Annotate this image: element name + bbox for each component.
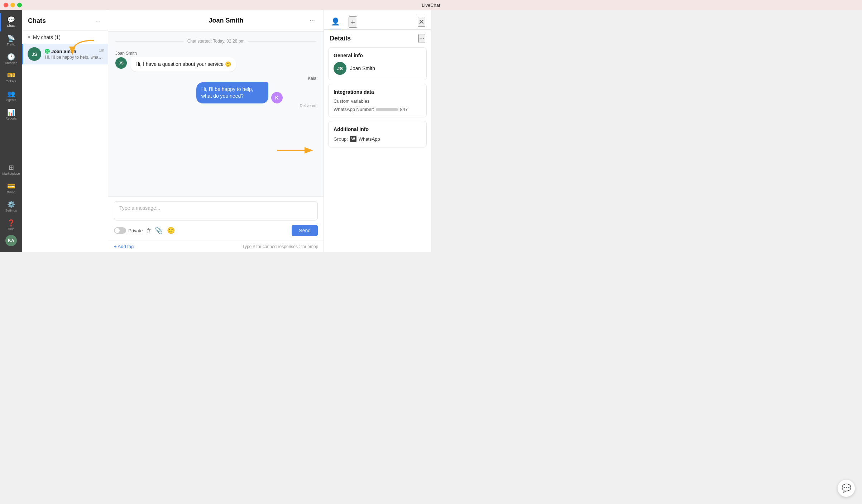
private-toggle[interactable]: Private [114,227,143,234]
delivered-status: Delivered [300,103,316,108]
traffic-icon: 📡 [7,35,15,42]
chat-item-info: Joan Smith Hi, I'll be happy to help, wh… [45,49,104,60]
close-panel-button[interactable]: ✕ [418,17,425,27]
whatsapp-number-suffix: 847 [400,107,408,112]
titlebar: LiveChat [0,0,431,10]
maximize-button[interactable] [17,3,22,8]
chat-item-avatar: JS [28,47,41,61]
chat-messages: Chat started: Today, 02:28 pm Joan Smith… [108,32,324,197]
chat-list-item[interactable]: JS Joan Smith Hi, I'll be happy to help,… [22,44,108,64]
sidebar-item-archives[interactable]: 🕐 Archives [0,50,22,69]
message-input[interactable] [114,201,318,220]
group-row: Group: W WhatsApp [334,136,421,142]
chat-list-header: Chats ··· [22,10,108,31]
sidebar-item-agents[interactable]: 👥 Agents [0,87,22,106]
tickets-icon: 🎫 [7,72,15,78]
settings-icon: ⚙️ [7,201,15,208]
integrations-data-section: Integrations data Custom variables Whats… [328,84,427,117]
chat-header-title: Joan Smith [209,17,243,24]
message-bubble-incoming: Hi, I have a question about your service… [130,57,236,72]
agent-name: Kaia [308,76,316,81]
agent-avatar: K [271,92,283,103]
add-tag-button[interactable]: + Add tag [114,244,134,249]
chat-start-text: Chat started: Today, 02:28 pm [187,39,245,44]
app-title: LiveChat [422,3,431,8]
additional-info-section: Additional info Group: W WhatsApp [328,121,427,147]
message-sender-name: Joan Smith [115,51,316,56]
help-icon: ❓ [7,220,15,226]
reports-nav-label: Reports [5,117,17,121]
sidebar-item-traffic[interactable]: 📡 Traffic [0,32,22,50]
emoji-icon[interactable]: 🙂 [167,227,175,234]
archives-nav-label: Archives [5,61,18,65]
chat-item-name: Joan Smith [51,49,76,54]
main-layout: 💬 Chats 📡 Traffic 🕐 Archives 🎫 Tickets 👥… [0,10,431,252]
user-avatar[interactable]: KA [5,235,17,246]
chats-nav-label: Chats [7,24,15,28]
message-input-area: Private # 📎 🙂 Send [108,197,324,241]
toggle-switch[interactable] [114,227,126,234]
group-icon: W [350,136,356,142]
custom-variables-label: Custom variables [334,98,421,104]
reports-icon: 📊 [7,109,15,116]
message-group-incoming: Joan Smith JS Hi, I have a question abou… [115,51,316,72]
help-nav-label: Help [8,227,15,231]
message-avatar-js: JS [115,57,127,69]
titlebar-controls[interactable] [4,3,22,8]
message-row-incoming: JS Hi, I have a question about your serv… [115,57,316,72]
marketplace-nav-label: Marketplace [2,172,20,176]
marketplace-icon: ⊞ [9,164,14,171]
sidebar-item-help[interactable]: ❓ Help [0,216,22,235]
sidebar-item-billing[interactable]: 💳 Billing [0,179,22,198]
whatsapp-number-label: WhatsApp Number: [334,107,374,112]
right-panel-title: Details [330,35,351,42]
billing-nav-label: Billing [7,190,15,194]
agents-icon: 👥 [7,91,15,97]
chat-list-more-button[interactable]: ··· [94,16,102,26]
chat-main: Joan Smith ··· Chat started: Today, 02:2… [108,10,324,252]
person-icon: 👤 [331,18,340,25]
close-button[interactable] [4,3,8,8]
minimize-button[interactable] [10,3,15,8]
sidebar-item-reports[interactable]: 📊 Reports [0,106,22,124]
detail-name: Joan Smith [350,66,375,71]
hashtag-icon[interactable]: # [147,227,150,234]
chat-list-title: Chats [28,17,46,25]
add-panel-button[interactable]: ＋ [349,16,357,28]
panel-more-button[interactable]: ··· [418,34,425,43]
sidebar-item-tickets[interactable]: 🎫 Tickets [0,68,22,87]
my-chats-label: My chats (1) [33,34,61,40]
message-bubble-outgoing: Hi, I'll be happy to help, what do you n… [196,82,268,103]
send-button[interactable]: Send [292,225,318,236]
integrations-data-title: Integrations data [334,89,421,95]
settings-nav-label: Settings [5,209,17,213]
agents-nav-label: Agents [6,98,16,102]
chat-list-panel: Chats ··· ▾ My chats (1) JS [22,10,108,252]
group-label: Group: [334,136,348,142]
additional-info-title: Additional info [334,126,421,132]
sidebar-nav: 💬 Chats 📡 Traffic 🕐 Archives 🎫 Tickets 👥… [0,10,22,252]
chevron-down-icon: ▾ [28,35,30,40]
agent-msg-row: Hi, I'll be happy to help, what do you n… [196,82,316,103]
sidebar-item-chats[interactable]: 💬 Chats [0,13,22,32]
traffic-nav-label: Traffic [7,43,16,47]
group-name: WhatsApp [359,136,380,142]
whatsapp-number-row: WhatsApp Number: 847 [334,107,421,112]
whatsapp-icon [45,49,50,54]
sidebar-item-settings[interactable]: ⚙️ Settings [0,198,22,216]
chat-more-button[interactable]: ··· [308,15,316,26]
attachment-icon[interactable]: 📎 [155,227,163,234]
footer-hint: Type # for canned responses : for emoji [242,244,318,249]
tab-details[interactable]: 👤 [330,14,341,29]
right-panel-tabs: 👤 ＋ ✕ [324,10,431,30]
private-label: Private [128,228,143,233]
billing-icon: 💳 [7,183,15,189]
chat-header: Joan Smith ··· [108,10,324,32]
sidebar-item-marketplace[interactable]: ⊞ Marketplace [0,161,22,179]
my-chats-header[interactable]: ▾ My chats (1) [22,31,108,44]
right-panel-header: Details ··· [324,30,431,47]
chats-icon: 💬 [7,16,15,23]
chat-item-preview: Hi, I'll be happy to help, what do ... [45,55,104,60]
right-panel: 👤 ＋ ✕ Details ··· General info JS Joan S… [324,10,431,252]
general-info-title: General info [334,53,421,58]
